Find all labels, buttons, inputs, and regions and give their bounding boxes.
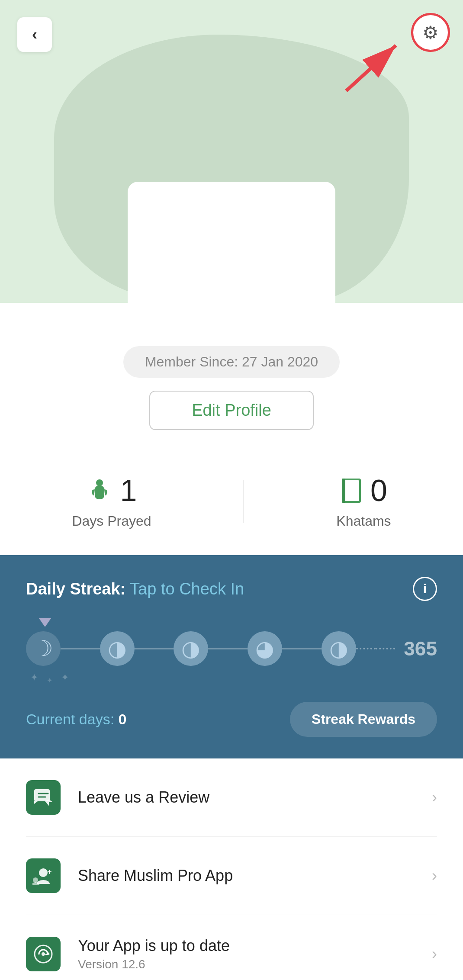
update-title: Your App is up to date: [78, 937, 415, 955]
svg-point-2: [96, 479, 103, 486]
svg-point-11: [42, 952, 45, 956]
share-icon: +: [32, 865, 54, 887]
streak-indicator: [26, 618, 437, 627]
svg-text:+: +: [47, 868, 52, 876]
streak-header: Daily Streak: Tap to Check In i: [26, 577, 437, 601]
current-days-label: Current days:: [26, 711, 114, 727]
stat-divider: [243, 480, 244, 523]
streak-stars: ✦ ✦ ✦: [26, 666, 437, 684]
member-since-text: Member Since: 27 Jan 2020: [145, 354, 318, 370]
update-icon: [32, 943, 54, 965]
svg-line-1: [346, 45, 396, 91]
moon-4: ◕: [248, 631, 282, 666]
settings-button[interactable]: ⚙: [411, 13, 450, 52]
svg-point-7: [39, 868, 48, 877]
update-chevron: ›: [432, 945, 437, 963]
days-prayed-label: Days Prayed: [72, 513, 151, 529]
streak-label-bold: Daily Streak:: [26, 580, 125, 598]
review-chevron: ›: [432, 788, 437, 806]
daily-streak-section: Daily Streak: Tap to Check In i ☽ ◑ ◑ ◕ …: [0, 555, 463, 758]
annotation-arrow: [338, 39, 407, 95]
streak-info-icon[interactable]: i: [413, 577, 437, 601]
current-days-value: 0: [119, 711, 127, 727]
svg-rect-4: [344, 480, 359, 501]
menu-item-review[interactable]: Leave us a Review ›: [26, 758, 437, 837]
streak-footer: Current days: 0 Streak Rewards: [26, 702, 437, 737]
share-chevron: ›: [432, 867, 437, 885]
dropdown-triangle: [39, 618, 51, 627]
update-subtitle: Version 12.6: [78, 958, 415, 971]
review-icon: [32, 787, 54, 808]
moon-3: ◑: [174, 631, 208, 666]
menu-item-share[interactable]: + Share Muslim Pro App ›: [26, 837, 437, 915]
connector-5: [356, 648, 376, 649]
gear-icon: ⚙: [422, 22, 439, 43]
khatams-value: 0: [370, 473, 387, 508]
moon-1: ☽: [26, 631, 61, 666]
review-icon-wrapper: [26, 780, 61, 815]
streak-goal: 365: [404, 637, 437, 660]
share-icon-wrapper: +: [26, 858, 61, 893]
streak-rewards-button[interactable]: Streak Rewards: [290, 702, 437, 737]
update-icon-wrapper: [26, 937, 61, 971]
star-3: ✦: [61, 672, 69, 684]
review-title: Leave us a Review: [78, 788, 415, 806]
back-arrow-icon: ‹: [32, 26, 37, 44]
connector-2: [135, 648, 174, 649]
streak-title: Daily Streak: Tap to Check In: [26, 580, 244, 598]
profile-card: [128, 182, 335, 303]
connector-6: [376, 648, 395, 649]
stats-row: 1 Days Prayed 0 Khatams: [0, 456, 463, 555]
streak-label-light: Tap to Check In: [125, 580, 244, 598]
svg-rect-6: [34, 789, 50, 801]
update-text: Your App is up to date Version 12.6: [78, 937, 415, 971]
connector-1: [61, 648, 100, 649]
book-icon: [340, 478, 363, 504]
connector-4: [282, 648, 322, 649]
current-days: Current days: 0: [26, 711, 126, 728]
menu-section: Leave us a Review › + Share Muslim Pro A…: [0, 758, 463, 980]
svg-rect-5: [342, 479, 345, 503]
khatams-label: Khatams: [336, 513, 391, 529]
days-prayed-stat: 1 Days Prayed: [72, 473, 151, 529]
connector-3: [208, 648, 248, 649]
back-button[interactable]: ‹: [17, 17, 52, 52]
khatams-stat: 0 Khatams: [336, 473, 391, 529]
menu-item-update[interactable]: Your App is up to date Version 12.6 ›: [26, 915, 437, 980]
header-area: ‹ ⚙: [0, 0, 463, 303]
days-prayed-value: 1: [120, 473, 137, 508]
star-2: ✦: [47, 676, 52, 684]
moon-2: ◑: [100, 631, 135, 666]
prayer-icon: [87, 478, 113, 504]
edit-profile-button[interactable]: Edit Profile: [149, 391, 314, 430]
moon-5: ◑: [322, 631, 356, 666]
share-text: Share Muslim Pro App: [78, 867, 415, 885]
member-since-badge: Member Since: 27 Jan 2020: [123, 346, 340, 378]
moon-phases-bar: ☽ ◑ ◑ ◕ ◑ 365: [26, 631, 437, 666]
svg-point-8: [33, 877, 38, 883]
review-text: Leave us a Review: [78, 788, 415, 806]
profile-section: Member Since: 27 Jan 2020 Edit Profile: [0, 303, 463, 456]
share-title: Share Muslim Pro App: [78, 867, 415, 885]
star-1: ✦: [30, 672, 38, 684]
